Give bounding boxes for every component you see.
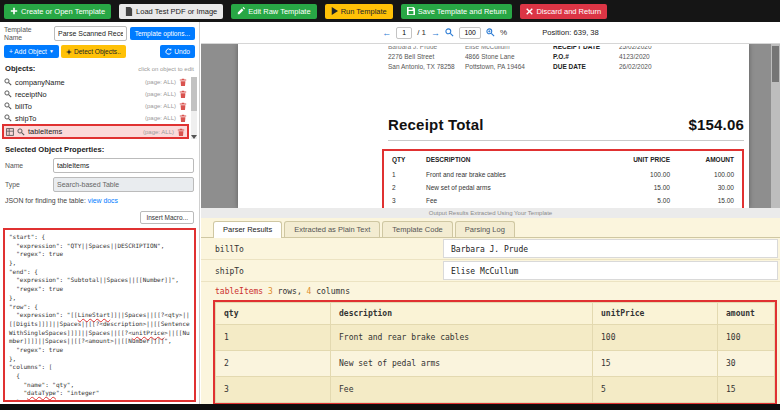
cell: 15.00: [670, 197, 734, 204]
field-key: shipTo: [201, 260, 441, 281]
scrollbar-thumb[interactable]: [772, 46, 779, 82]
template-name-row: Template Name Template options...: [0, 22, 199, 44]
scrollbar-down-arrow[interactable]: [191, 135, 197, 139]
type-label: Type: [5, 181, 49, 188]
add-object-label: + Add Object: [9, 48, 47, 55]
object-name-row: Name: [0, 156, 199, 175]
tab-parsing-log[interactable]: Parsing Log: [455, 221, 515, 237]
play-icon: [331, 7, 338, 15]
page-number-input[interactable]: [396, 27, 412, 39]
sparkle-icon: [66, 49, 72, 55]
receipt-total-row: Receipt Total $154.06: [388, 116, 744, 141]
tab-extracted-plain-text[interactable]: Extracted as Plain Text: [284, 221, 380, 237]
results-panel-title: Output Results Extracted Using Your Temp…: [201, 208, 780, 218]
object-row-companyName[interactable]: companyName (page: ALL): [2, 76, 189, 88]
table-items-summary: tableItems 3 rows, 4 columns: [201, 282, 780, 300]
cell: 5: [593, 377, 718, 403]
po-label: P.O.#: [553, 52, 619, 62]
next-page-icon[interactable]: →: [431, 28, 440, 38]
cell: 15: [718, 377, 775, 403]
extracted-table: qty description unitPrice amount 1 Front…: [215, 302, 775, 403]
receipt-document[interactable]: Barbara J. Prude Elise McCullum RECEIPT …: [238, 44, 749, 208]
detect-objects-button[interactable]: Detect Objects..: [61, 45, 126, 58]
object-name: billTo: [15, 102, 32, 111]
object-row-tableItems-selected[interactable]: tableItems (page: ALL): [2, 124, 189, 139]
selected-object-properties-header: Selected Object Properties:: [0, 141, 199, 156]
document-preview-pane: ← / 1 → % Position: 639, 38 Barbara J. P…: [201, 22, 780, 208]
extracted-table-row: 2 New set of pedal arms 15 30: [216, 351, 775, 377]
receipt-items-table-highlight[interactable]: QTY DESCRIPTION UNIT PRICE AMOUNT 1 Fron…: [382, 149, 744, 208]
objects-list: companyName (page: ALL) receiptNo (page:…: [0, 75, 199, 141]
zoom-level-input[interactable]: [459, 27, 481, 39]
detect-objects-label: Detect Objects..: [74, 48, 121, 55]
zoom-unit-label: %: [500, 28, 507, 37]
rows-word: rows,: [278, 287, 302, 296]
bill-street: 2276 Bell Street: [388, 52, 465, 62]
qty-column-header: qty: [216, 303, 331, 325]
cell: New set of pedal arms: [331, 351, 593, 377]
delete-object-icon[interactable]: [179, 78, 187, 86]
unit-price-header: UNIT PRICE: [598, 156, 670, 163]
cell: 15.00: [598, 184, 670, 191]
edit-raw-template-button[interactable]: Edit Raw Template: [231, 4, 316, 19]
results-tabs: Parser Results Extracted as Plain Text T…: [201, 218, 780, 238]
previous-page-icon[interactable]: ←: [382, 28, 391, 38]
run-template-button[interactable]: Run Template: [325, 4, 393, 19]
save-template-button[interactable]: Save Template and Return: [401, 4, 513, 19]
scrollbar-thumb[interactable]: [191, 77, 197, 111]
create-or-open-template-button[interactable]: Create or Open Template: [4, 4, 111, 19]
cell: 15: [593, 351, 718, 377]
objects-list-scrollbar[interactable]: [191, 77, 197, 139]
tab-parser-results[interactable]: Parser Results: [213, 221, 282, 238]
object-type-input: [53, 177, 194, 192]
cell: 30: [718, 351, 775, 377]
delete-object-icon[interactable]: [177, 128, 185, 136]
delete-object-icon[interactable]: [179, 102, 187, 110]
object-type-row: Type: [0, 175, 199, 194]
create-or-open-template-label: Create or Open Template: [21, 7, 105, 16]
undo-button[interactable]: Undo: [160, 45, 195, 58]
add-object-button[interactable]: + Add Object ▼: [4, 45, 59, 58]
field-value[interactable]: Barbara J. Prude: [443, 239, 778, 258]
discard-and-return-button[interactable]: Discard and Return: [520, 4, 607, 19]
view-docs-link[interactable]: view docs: [88, 197, 118, 204]
object-row-receiptNo[interactable]: receiptNo (page: ALL): [2, 88, 189, 100]
cell: 3: [392, 197, 426, 204]
description-header: DESCRIPTION: [426, 156, 598, 163]
insert-macro-button[interactable]: Insert Macro...: [140, 211, 194, 224]
undo-label: Undo: [174, 48, 190, 55]
preview-navbar: ← / 1 → % Position: 639, 38: [201, 22, 780, 44]
preview-scrollbar[interactable]: [771, 44, 780, 208]
field-key: billTo: [201, 238, 441, 259]
json-editor[interactable]: "start": { "expression": "QTY||Spaces||D…: [3, 228, 196, 402]
receipt-table-header: QTY DESCRIPTION UNIT PRICE AMOUNT: [392, 154, 734, 168]
cell: Fee: [331, 377, 593, 403]
template-options-button[interactable]: Template options...: [130, 27, 195, 40]
json-label-row: JSON for finding the table: view docs: [0, 194, 199, 205]
object-row-shipTo[interactable]: shipTo (page: ALL): [2, 112, 189, 124]
object-row-billTo[interactable]: billTo (page: ALL): [2, 100, 189, 112]
plus-icon: [10, 7, 18, 15]
due-date-label: DUE DATE: [553, 62, 619, 72]
delete-object-icon[interactable]: [179, 90, 187, 98]
load-test-pdf-button[interactable]: Load Test PDF or Image: [119, 4, 223, 19]
zoom-out-icon[interactable]: [445, 28, 454, 37]
description-column-header: description: [331, 303, 593, 325]
zoom-in-icon[interactable]: [486, 28, 495, 37]
delete-object-icon[interactable]: [179, 114, 187, 122]
object-name-input[interactable]: [53, 158, 194, 173]
pencil-icon: [237, 7, 245, 15]
json-editor-code[interactable]: "start": { "expression": "QTY||Spaces||D…: [5, 230, 194, 402]
tab-template-code[interactable]: Template Code: [382, 221, 452, 237]
ship-city: Pottstown, PA 19464: [465, 62, 553, 72]
field-value[interactable]: Elise McCullum: [443, 261, 778, 280]
cell: 2: [216, 351, 331, 377]
address-line-1: 2276 Bell Street 4866 Stone Lane P.O.# 4…: [388, 52, 744, 62]
object-name: companyName: [15, 78, 65, 87]
cell: 1: [392, 171, 426, 178]
address-line-2: San Antonio, TX 78258 Pottstown, PA 1946…: [388, 62, 744, 72]
cell: Front and rear brake cables: [331, 325, 593, 351]
template-name-input[interactable]: [54, 26, 127, 41]
insert-macro-row: Insert Macro...: [0, 205, 199, 226]
top-toolbar: Create or Open Template Load Test PDF or…: [0, 0, 780, 22]
